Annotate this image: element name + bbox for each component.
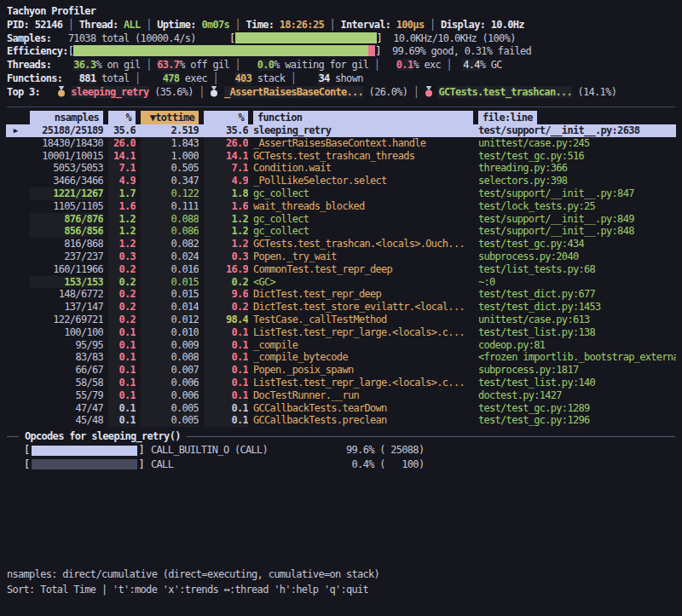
cell-pct2: 1.2 (204, 213, 248, 226)
status-line-segment: ALL (124, 19, 141, 31)
cell-nsamples: 153/153 (30, 276, 103, 289)
cell-function: ListTest.test_repr_large.<locals>.c... (253, 326, 473, 339)
cell-function: gc_collect (253, 213, 473, 226)
cell-file: test/test_dict.py:677 (478, 288, 676, 301)
status-line-segment: │ (62, 19, 79, 31)
cell-pct2: 4.9 (204, 175, 248, 187)
cell-tottime: 0.015 (141, 276, 199, 289)
table-row[interactable]: 55/790.10.0060.1DocTestRunner.__rundocte… (6, 389, 676, 402)
cell-pct2: 1.6 (204, 200, 248, 213)
table-row[interactable]: 876/8761.20.0881.2gc_collecttest/support… (6, 213, 676, 226)
cell-nsamples: 876/876 (30, 213, 103, 226)
cell-function: DictTest.test_repr_deep (253, 288, 473, 301)
column-header-file[interactable]: file:line (478, 111, 676, 124)
table-row[interactable]: 45/480.10.0050.1GCCallbackTests.preclean… (6, 414, 676, 427)
cell-pct2: 0.1 (204, 364, 248, 377)
samples-line-segment (382, 32, 393, 44)
cell-pct2: 9.6 (204, 288, 248, 301)
app-title-segment: Tachyon Profiler (7, 5, 95, 17)
cell-tottime: 0.010 (141, 326, 199, 339)
top3-line-segment: │ (407, 86, 425, 98)
functions-line-segment: exec (179, 72, 207, 84)
functions-line-segment: total (95, 72, 129, 84)
cell-nsamples: 3466/3466 (30, 175, 103, 187)
column-header-tottime[interactable]: ▼tottime (141, 111, 199, 124)
row-gutter (6, 225, 25, 238)
table-row[interactable]: 18430/1843026.01.84326.0_AssertRaisesBas… (6, 137, 676, 150)
functions-line-segment (146, 72, 163, 84)
column-header-nsamples[interactable]: nsamples (30, 111, 103, 124)
table-row[interactable]: 58/580.10.0060.1ListTest.test_repr_large… (6, 377, 676, 389)
cell-pct1: 1.7 (108, 187, 136, 200)
table-row[interactable]: 3466/34664.90.3474.9_PollLikeSelector.se… (6, 175, 676, 187)
function-table[interactable]: nsamples%▼tottime%functionfile:line▶2518… (6, 111, 676, 427)
divider-dash (7, 436, 19, 437)
table-row[interactable]: 100/1000.10.0100.1ListTest.test_repr_lar… (6, 326, 676, 339)
cell-tottime: 0.007 (141, 364, 199, 377)
row-gutter (6, 150, 25, 163)
row-gutter (6, 213, 25, 226)
table-row[interactable]: 10001/1001514.11.00014.1GCTests.test_tra… (6, 150, 676, 163)
table-row[interactable]: 95/950.10.0090.1_compilecodeop.py:81 (6, 339, 676, 352)
opcode-usage-bar (32, 459, 137, 469)
cell-function: Popen._try_wait (253, 250, 473, 263)
opcode-stat: 99.6% ( 25088) (346, 444, 424, 457)
cell-tottime: 0.009 (141, 339, 199, 352)
table-row[interactable]: ▶25188/2518935.62.51935.6sleeping_retryt… (6, 124, 676, 137)
cell-nsamples: 148/6772 (30, 288, 103, 301)
efficiency-line-segment: Efficiency: (7, 45, 68, 57)
cell-tottime: 0.014 (141, 301, 199, 314)
table-row[interactable]: 122/697210.20.01298.4TestCase._callTestM… (6, 314, 676, 326)
table-row[interactable]: 237/2370.30.0240.3Popen._try_waitsubproc… (6, 250, 676, 263)
table-row[interactable]: 1105/11051.60.1111.6wait_threads_blocked… (6, 200, 676, 213)
cell-function: _compile_bytecode (253, 351, 473, 364)
cell-nsamples: 160/11966 (30, 263, 103, 276)
threads-line-segment: % GC (480, 59, 502, 71)
table-row[interactable]: 137/1470.20.0140.2DictTest.test_store_ev… (6, 301, 676, 314)
table-row[interactable]: 816/8681.20.0821.2GCTests.test_trashcan.… (6, 238, 676, 250)
column-header-pct1[interactable]: % (108, 111, 136, 124)
table-row[interactable]: 153/1530.20.0150.2<GC>~:0 (6, 276, 676, 289)
cell-pct1: 0.1 (108, 402, 136, 415)
samples-line-segment (196, 32, 229, 44)
cell-pct1: 0.3 (108, 250, 136, 263)
table-row[interactable]: 66/670.10.0070.1Popen._posix_spawnsubpro… (6, 364, 676, 377)
cell-nsamples: 83/83 (30, 351, 103, 364)
cell-nsamples: 10001/10015 (30, 150, 103, 163)
cell-file: threading.py:366 (478, 162, 676, 175)
status-line: PID: 52146 │ Thread: ALL │ Uptime: 0m07s… (7, 19, 679, 32)
cell-function: gc_collect (253, 187, 473, 200)
column-header-function[interactable]: function (253, 111, 473, 124)
cell-function: <GC> (253, 276, 473, 289)
cell-file: subprocess.py:2040 (478, 250, 676, 263)
cell-nsamples: 1221/1267 (30, 187, 103, 200)
cell-file: test/lock_tests.py:25 (478, 200, 676, 213)
cell-function: gc_collect (253, 225, 473, 238)
cell-file: test/test_gc.py:1289 (478, 402, 676, 415)
status-line-segment: │ (229, 19, 246, 31)
status-line-segment: PID: (7, 19, 35, 31)
cell-pct2: 0.1 (204, 402, 248, 415)
cell-file: ~:0 (478, 276, 676, 289)
table-row[interactable]: 148/67720.20.0159.6DictTest.test_repr_de… (6, 288, 676, 301)
cell-pct1: 0.1 (108, 326, 136, 339)
cell-pct1: 0.1 (108, 364, 136, 377)
table-row[interactable]: 856/8561.20.0861.2gc_collecttest/support… (6, 225, 676, 238)
threads-line-segment (246, 59, 257, 71)
table-row[interactable]: 5053/50537.10.5057.1Condition.waitthread… (6, 162, 676, 175)
table-row[interactable]: 83/830.10.0080.1_compile_bytecode<frozen… (6, 351, 676, 364)
table-row[interactable]: 47/470.10.0050.1GCCallbackTests.tearDown… (6, 402, 676, 415)
efficiency-line: Efficiency:[] 99.69% good, 0.31% failed (7, 45, 679, 59)
functions-line-segment: stack (251, 72, 285, 84)
cell-file: selectors.py:398 (478, 175, 676, 187)
opcodes-section-header: Opcodes for sleeping_retry() (7, 429, 675, 443)
status-line-segment: 0m07s (201, 19, 229, 31)
bar-fill (235, 32, 377, 43)
top3-line-segment: _AssertRaisesBaseConte... (224, 86, 363, 98)
cell-nsamples: 25188/25189 (30, 124, 103, 137)
column-header-pct2[interactable]: % (204, 111, 248, 124)
table-row[interactable]: 160/119660.20.01616.9CommonTest.test_rep… (6, 263, 676, 276)
top3-line-segment: │ (194, 86, 211, 98)
threads-line-segment: 36.3 (73, 59, 95, 71)
table-row[interactable]: 1221/12671.70.1221.8gc_collecttest/suppo… (6, 187, 676, 200)
